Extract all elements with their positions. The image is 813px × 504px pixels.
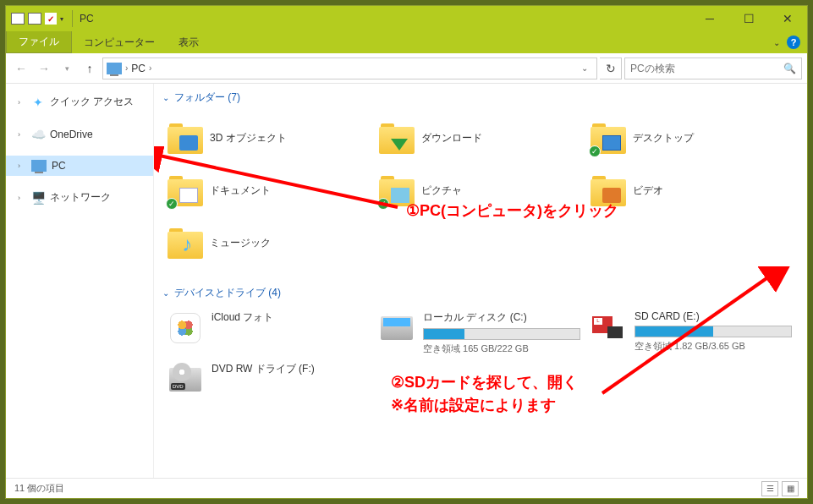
sidebar-item-quick-access[interactable]: › ✦ クイック アクセス (6, 90, 153, 113)
sidebar-item-network[interactable]: › 🖥️ ネットワーク (6, 186, 153, 209)
folder-icon: ♪ (168, 225, 203, 260)
folder-3d-objects[interactable]: 3D オブジェクト (162, 112, 374, 164)
folders-grid: 3D オブジェクト ダウンロード ✓ デスクトップ ✓ ドキュメント ✓ ピクチ… (162, 112, 799, 269)
free-space-label: 空き領域 1.82 GB/3.65 GB (634, 340, 792, 353)
computer-tab[interactable]: コンピューター (72, 32, 167, 53)
folder-icon (379, 120, 415, 156)
qat-btn-1[interactable] (28, 13, 41, 25)
navigation-pane: › ✦ クイック アクセス › ☁️ OneDrive › PC › 🖥️ ネッ… (6, 84, 154, 478)
qat-btn-properties[interactable]: ✓ (45, 13, 57, 25)
window-title: PC (80, 13, 94, 25)
search-input[interactable] (630, 63, 783, 74)
search-box[interactable]: 🔍 (624, 58, 802, 79)
sidebar-item-pc[interactable]: › PC (6, 156, 153, 176)
capacity-bar (634, 326, 792, 337)
expand-ribbon-icon[interactable]: ⌄ (773, 38, 780, 47)
quick-access-icon: ✦ (31, 96, 45, 109)
up-button[interactable]: ↑ (80, 58, 100, 79)
drive-local-disk-c[interactable]: ローカル ディスク (C:) 空き領域 165 GB/222 GB (374, 307, 585, 359)
folder-label: ミュージック (210, 236, 271, 250)
minimize-button[interactable]: ─ (690, 6, 729, 31)
group-label: フォルダー (7) (174, 90, 240, 105)
group-header-folders[interactable]: ⌄ フォルダー (7) (162, 90, 799, 105)
tiles-view-button[interactable]: ▦ (782, 481, 799, 496)
address-bar[interactable]: › PC › ⌄ (102, 58, 597, 79)
forward-button[interactable]: → (34, 58, 54, 79)
collapse-icon: ⌄ (162, 288, 169, 298)
pc-icon (31, 160, 47, 172)
group-header-devices[interactable]: ⌄ デバイスとドライブ (4) (162, 286, 799, 300)
folder-label: 3D オブジェクト (210, 131, 287, 145)
expand-icon[interactable]: › (18, 162, 26, 170)
folder-label: ダウンロード (421, 131, 482, 145)
folder-label: ドキュメント (210, 184, 271, 198)
drive-label: DVD RW ドライブ (F:) (211, 362, 369, 376)
onedrive-icon: ☁️ (31, 128, 45, 141)
drive-label: ローカル ディスク (C:) (423, 310, 580, 325)
breadcrumb-pc[interactable]: PC (131, 63, 146, 74)
icloud-photos-icon (168, 310, 203, 346)
folder-music[interactable]: ♪ ミュージック (162, 216, 374, 269)
view-tab[interactable]: 表示 (167, 32, 211, 53)
search-icon[interactable]: 🔍 (783, 63, 796, 74)
folder-label: ピクチャ (421, 184, 462, 198)
body: › ✦ クイック アクセス › ☁️ OneDrive › PC › 🖥️ ネッ… (6, 84, 807, 478)
details-view-button[interactable]: ☰ (761, 481, 778, 496)
content-pane: ⌄ フォルダー (7) 3D オブジェクト ダウンロード ✓ デスクトップ ✓ (154, 84, 807, 478)
sidebar-label: ネットワーク (50, 190, 111, 205)
close-button[interactable]: ✕ (768, 6, 807, 31)
qat-dropdown-icon[interactable]: ▾ (60, 15, 63, 23)
drive-dvd-rw-f[interactable]: DVD DVD RW ドライブ (F:) (162, 359, 374, 401)
drive-label: iCloud フォト (211, 310, 369, 325)
sd-card-icon: L (591, 310, 626, 346)
expand-icon[interactable]: › (18, 194, 26, 202)
breadcrumb-sep[interactable]: › (125, 63, 128, 73)
collapse-icon: ⌄ (162, 93, 169, 102)
sidebar-label: クイック アクセス (50, 95, 134, 109)
explorer-window: ✓ ▾ PC ─ ☐ ✕ ファイル コンピューター 表示 ⌄ ? ← → ▾ ↑… (5, 5, 808, 499)
breadcrumb-sep[interactable]: › (149, 63, 151, 73)
folder-videos[interactable]: ビデオ (585, 164, 797, 216)
folder-desktop[interactable]: ✓ デスクトップ (585, 112, 797, 164)
help-icon[interactable]: ? (787, 36, 800, 49)
disk-icon (379, 310, 415, 346)
folder-label: ビデオ (633, 184, 663, 198)
back-button[interactable]: ← (11, 58, 31, 79)
folder-documents[interactable]: ✓ ドキュメント (162, 164, 374, 216)
devices-grid: iCloud フォト ローカル ディスク (C:) 空き領域 165 GB/22… (162, 307, 799, 401)
folder-downloads[interactable]: ダウンロード (374, 112, 585, 164)
address-bar-row: ← → ▾ ↑ › PC › ⌄ ↻ 🔍 (6, 53, 807, 84)
titlebar: ✓ ▾ PC ─ ☐ ✕ (6, 6, 807, 31)
sidebar-item-onedrive[interactable]: › ☁️ OneDrive (6, 123, 153, 145)
folder-icon (168, 120, 203, 156)
expand-icon[interactable]: › (18, 98, 26, 107)
window-controls: ─ ☐ ✕ (690, 6, 807, 31)
sidebar-label: OneDrive (50, 129, 93, 140)
drive-label: SD CARD (E:) (634, 310, 792, 322)
folder-icon: ✓ (591, 120, 626, 156)
drive-sd-card-e[interactable]: L SD CARD (E:) 空き領域 1.82 GB/3.65 GB (585, 307, 797, 359)
quick-access-toolbar: ✓ ▾ (6, 13, 69, 25)
drive-icloud-photos[interactable]: iCloud フォト (162, 307, 374, 359)
status-bar: 11 個の項目 ☰ ▦ (6, 478, 807, 498)
item-count: 11 個の項目 (14, 482, 64, 495)
folder-icon: ✓ (379, 173, 415, 208)
expand-icon[interactable]: › (18, 130, 26, 139)
capacity-bar (423, 328, 580, 340)
free-space-label: 空き領域 165 GB/222 GB (423, 342, 580, 355)
address-dropdown-icon[interactable]: ⌄ (576, 63, 593, 73)
folder-icon (591, 173, 626, 208)
ribbon-tabs: ファイル コンピューター 表示 ⌄ ? (6, 31, 807, 53)
explorer-icon (11, 13, 25, 25)
network-icon: 🖥️ (31, 191, 45, 205)
file-menu[interactable]: ファイル (6, 31, 72, 53)
dvd-drive-icon: DVD (168, 362, 203, 397)
folder-label: デスクトップ (633, 131, 694, 145)
refresh-button[interactable]: ↻ (600, 58, 622, 79)
sidebar-label: PC (52, 160, 66, 172)
recent-dropdown-icon[interactable]: ▾ (57, 58, 77, 79)
group-label: デバイスとドライブ (4) (174, 286, 281, 300)
maximize-button[interactable]: ☐ (729, 6, 768, 31)
pc-icon (107, 63, 122, 74)
folder-pictures[interactable]: ✓ ピクチャ (374, 164, 585, 216)
